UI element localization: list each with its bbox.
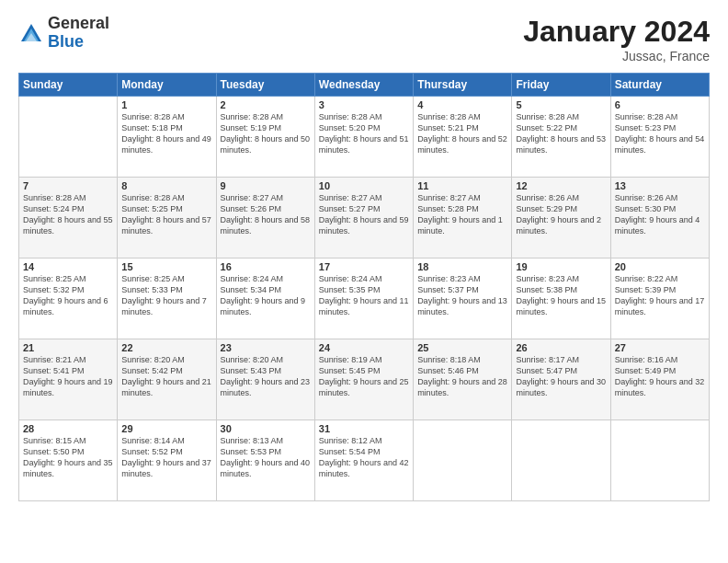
header-monday: Monday — [118, 74, 216, 97]
day-number: 16 — [221, 261, 311, 272]
day-number: 29 — [121, 423, 211, 434]
day-info: Sunrise: 8:27 AM Sunset: 5:28 PM Dayligh… — [417, 192, 507, 237]
day-number: 3 — [319, 99, 409, 110]
header-wednesday: Wednesday — [314, 74, 413, 97]
day-number: 23 — [221, 342, 311, 353]
day-number: 4 — [417, 99, 507, 110]
day-info: Sunrise: 8:23 AM Sunset: 5:38 PM Dayligh… — [516, 273, 606, 318]
calendar-cell: 31Sunrise: 8:12 AM Sunset: 5:54 PM Dayli… — [314, 420, 413, 501]
day-info: Sunrise: 8:25 AM Sunset: 5:32 PM Dayligh… — [23, 273, 113, 318]
header: General Blue January 2024 Jussac, France — [18, 15, 710, 63]
day-info: Sunrise: 8:22 AM Sunset: 5:39 PM Dayligh… — [615, 273, 705, 318]
day-info: Sunrise: 8:28 AM Sunset: 5:22 PM Dayligh… — [516, 111, 606, 156]
calendar-cell: 23Sunrise: 8:20 AM Sunset: 5:43 PM Dayli… — [216, 339, 314, 420]
day-info: Sunrise: 8:28 AM Sunset: 5:21 PM Dayligh… — [417, 111, 507, 156]
day-number: 15 — [121, 261, 211, 272]
calendar-week-4: 28Sunrise: 8:15 AM Sunset: 5:50 PM Dayli… — [19, 420, 710, 501]
day-info: Sunrise: 8:13 AM Sunset: 5:53 PM Dayligh… — [221, 435, 311, 480]
location: Jussac, France — [523, 49, 710, 63]
header-friday: Friday — [512, 74, 610, 97]
calendar-cell: 8Sunrise: 8:28 AM Sunset: 5:25 PM Daylig… — [118, 178, 216, 259]
calendar-cell: 16Sunrise: 8:24 AM Sunset: 5:34 PM Dayli… — [216, 259, 314, 339]
day-info: Sunrise: 8:24 AM Sunset: 5:35 PM Dayligh… — [319, 273, 409, 318]
day-info: Sunrise: 8:16 AM Sunset: 5:49 PM Dayligh… — [615, 354, 705, 399]
day-info: Sunrise: 8:28 AM Sunset: 5:25 PM Dayligh… — [121, 192, 211, 237]
calendar-cell: 7Sunrise: 8:28 AM Sunset: 5:24 PM Daylig… — [19, 178, 118, 259]
day-info: Sunrise: 8:20 AM Sunset: 5:43 PM Dayligh… — [221, 354, 311, 399]
calendar-cell: 2Sunrise: 8:28 AM Sunset: 5:19 PM Daylig… — [216, 97, 314, 178]
calendar-cell — [610, 420, 709, 501]
day-number: 31 — [319, 423, 409, 434]
day-info: Sunrise: 8:28 AM Sunset: 5:20 PM Dayligh… — [319, 111, 409, 156]
calendar-cell: 21Sunrise: 8:21 AM Sunset: 5:41 PM Dayli… — [19, 339, 118, 420]
logo-blue-text: Blue — [48, 33, 109, 52]
day-number: 28 — [23, 423, 113, 434]
title-block: January 2024 Jussac, France — [523, 15, 710, 63]
day-info: Sunrise: 8:15 AM Sunset: 5:50 PM Dayligh… — [23, 435, 113, 480]
day-number: 27 — [615, 342, 705, 353]
day-info: Sunrise: 8:17 AM Sunset: 5:47 PM Dayligh… — [516, 354, 606, 399]
calendar-cell: 20Sunrise: 8:22 AM Sunset: 5:39 PM Dayli… — [610, 259, 709, 339]
day-info: Sunrise: 8:21 AM Sunset: 5:41 PM Dayligh… — [23, 354, 113, 399]
day-number: 14 — [23, 261, 113, 272]
day-info: Sunrise: 8:24 AM Sunset: 5:34 PM Dayligh… — [221, 273, 311, 318]
days-header-row: Sunday Monday Tuesday Wednesday Thursday… — [19, 74, 710, 97]
day-number: 2 — [221, 99, 311, 110]
day-info: Sunrise: 8:26 AM Sunset: 5:29 PM Dayligh… — [516, 192, 606, 237]
calendar-cell: 17Sunrise: 8:24 AM Sunset: 5:35 PM Dayli… — [314, 259, 413, 339]
calendar-cell: 6Sunrise: 8:28 AM Sunset: 5:23 PM Daylig… — [610, 97, 709, 178]
calendar-cell: 26Sunrise: 8:17 AM Sunset: 5:47 PM Dayli… — [512, 339, 610, 420]
day-info: Sunrise: 8:18 AM Sunset: 5:46 PM Dayligh… — [417, 354, 507, 399]
calendar-cell: 18Sunrise: 8:23 AM Sunset: 5:37 PM Dayli… — [414, 259, 512, 339]
month-title: January 2024 — [523, 15, 710, 49]
calendar-week-2: 14Sunrise: 8:25 AM Sunset: 5:32 PM Dayli… — [19, 259, 710, 339]
calendar-cell: 19Sunrise: 8:23 AM Sunset: 5:38 PM Dayli… — [512, 259, 610, 339]
day-info: Sunrise: 8:19 AM Sunset: 5:45 PM Dayligh… — [319, 354, 409, 399]
header-sunday: Sunday — [19, 74, 118, 97]
day-info: Sunrise: 8:23 AM Sunset: 5:37 PM Dayligh… — [417, 273, 507, 318]
header-tuesday: Tuesday — [216, 74, 314, 97]
day-info: Sunrise: 8:25 AM Sunset: 5:33 PM Dayligh… — [121, 273, 211, 318]
day-number: 7 — [23, 180, 113, 191]
calendar-cell: 14Sunrise: 8:25 AM Sunset: 5:32 PM Dayli… — [19, 259, 118, 339]
calendar-cell: 10Sunrise: 8:27 AM Sunset: 5:27 PM Dayli… — [314, 178, 413, 259]
day-info: Sunrise: 8:27 AM Sunset: 5:27 PM Dayligh… — [319, 192, 409, 237]
day-number: 6 — [615, 99, 705, 110]
calendar-cell: 13Sunrise: 8:26 AM Sunset: 5:30 PM Dayli… — [610, 178, 709, 259]
day-number: 19 — [516, 261, 606, 272]
calendar-cell: 1Sunrise: 8:28 AM Sunset: 5:18 PM Daylig… — [118, 97, 216, 178]
day-info: Sunrise: 8:28 AM Sunset: 5:23 PM Dayligh… — [615, 111, 705, 156]
calendar-cell: 4Sunrise: 8:28 AM Sunset: 5:21 PM Daylig… — [414, 97, 512, 178]
day-info: Sunrise: 8:12 AM Sunset: 5:54 PM Dayligh… — [319, 435, 409, 480]
day-number: 25 — [417, 342, 507, 353]
calendar-cell: 15Sunrise: 8:25 AM Sunset: 5:33 PM Dayli… — [118, 259, 216, 339]
day-number: 12 — [516, 180, 606, 191]
day-number: 8 — [121, 180, 211, 191]
header-saturday: Saturday — [610, 74, 709, 97]
day-number: 1 — [121, 99, 211, 110]
day-info: Sunrise: 8:14 AM Sunset: 5:52 PM Dayligh… — [121, 435, 211, 480]
day-info: Sunrise: 8:28 AM Sunset: 5:18 PM Dayligh… — [121, 111, 211, 156]
day-number: 22 — [121, 342, 211, 353]
day-info: Sunrise: 8:26 AM Sunset: 5:30 PM Dayligh… — [615, 192, 705, 237]
calendar-cell: 11Sunrise: 8:27 AM Sunset: 5:28 PM Dayli… — [414, 178, 512, 259]
calendar-cell: 12Sunrise: 8:26 AM Sunset: 5:29 PM Dayli… — [512, 178, 610, 259]
day-number: 5 — [516, 99, 606, 110]
day-info: Sunrise: 8:28 AM Sunset: 5:24 PM Dayligh… — [23, 192, 113, 237]
calendar-cell: 24Sunrise: 8:19 AM Sunset: 5:45 PM Dayli… — [314, 339, 413, 420]
calendar-cell: 27Sunrise: 8:16 AM Sunset: 5:49 PM Dayli… — [610, 339, 709, 420]
day-number: 11 — [417, 180, 507, 191]
calendar-cell — [512, 420, 610, 501]
logo-text: General Blue — [48, 15, 109, 52]
calendar-cell: 30Sunrise: 8:13 AM Sunset: 5:53 PM Dayli… — [216, 420, 314, 501]
day-number: 24 — [319, 342, 409, 353]
day-number: 30 — [221, 423, 311, 434]
header-thursday: Thursday — [414, 74, 512, 97]
calendar-cell: 22Sunrise: 8:20 AM Sunset: 5:42 PM Dayli… — [118, 339, 216, 420]
page: General Blue January 2024 Jussac, France… — [0, 0, 728, 563]
day-number: 20 — [615, 261, 705, 272]
day-number: 21 — [23, 342, 113, 353]
day-number: 13 — [615, 180, 705, 191]
calendar-cell — [414, 420, 512, 501]
day-number: 10 — [319, 180, 409, 191]
